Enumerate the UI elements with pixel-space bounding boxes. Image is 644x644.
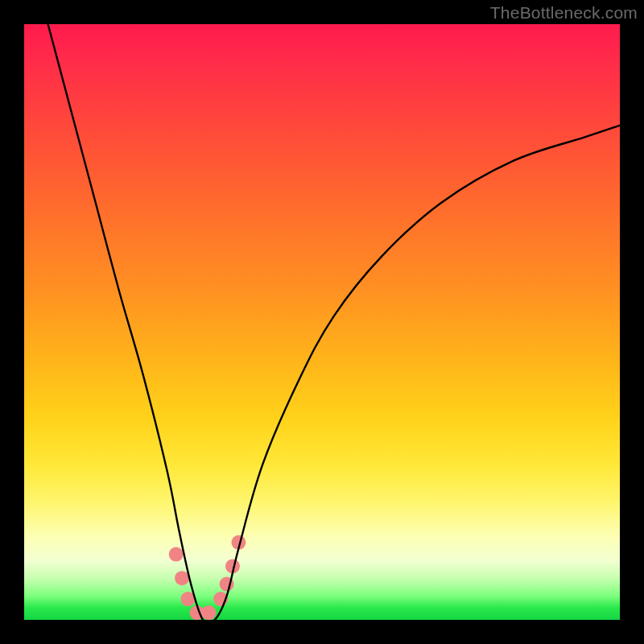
plot-area — [24, 24, 620, 620]
highlight-marker — [201, 605, 216, 620]
highlight-marker — [175, 571, 189, 585]
outer-frame: TheBottleneck.com — [0, 0, 644, 644]
highlight-marker — [169, 547, 184, 562]
bottleneck-curve-path — [48, 24, 620, 620]
marker-group — [169, 535, 246, 620]
chart-svg — [24, 24, 620, 620]
watermark-text: TheBottleneck.com — [490, 3, 638, 23]
